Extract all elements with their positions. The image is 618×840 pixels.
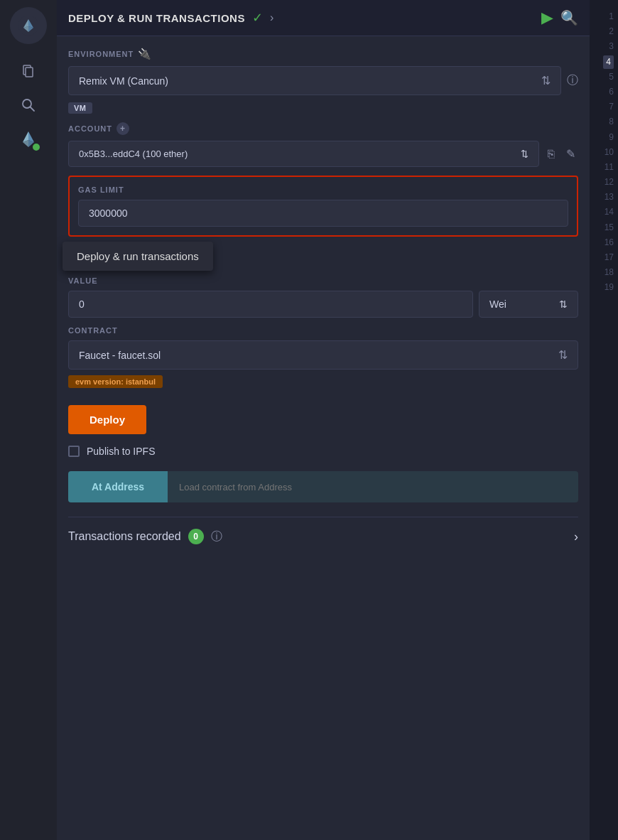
- value-row: Wei ⇅: [68, 291, 578, 318]
- gas-limit-section: GAS LIMIT Deploy & run transactions: [68, 176, 578, 237]
- line-number-6: 6: [609, 85, 614, 99]
- svg-rect-2: [26, 68, 33, 77]
- load-contract-input[interactable]: [168, 471, 578, 502]
- active-indicator: [31, 142, 41, 152]
- line-number-2: 2: [609, 25, 614, 38]
- environment-dropdown[interactable]: Remix VM (Cancun) ⇅: [68, 66, 561, 95]
- account-dropdown[interactable]: 0x5B3...eddC4 (100 ether) ⇅: [68, 141, 539, 167]
- publish-ipfs-checkbox[interactable]: [68, 446, 80, 457]
- contract-section: CONTRACT Faucet - faucet.sol ⇅ evm versi…: [68, 326, 578, 397]
- environment-info-icon[interactable]: ⓘ: [567, 73, 578, 88]
- at-address-button[interactable]: At Address: [68, 471, 168, 502]
- contract-dropdown-arrow-icon: ⇅: [558, 348, 568, 362]
- at-address-section: At Address: [68, 471, 578, 502]
- run-button[interactable]: ▶: [541, 9, 553, 27]
- dropdown-arrow-icon: ⇅: [541, 74, 551, 87]
- transactions-section: Transactions recorded 0 ⓘ ›: [68, 517, 578, 544]
- add-account-button[interactable]: +: [116, 122, 129, 135]
- account-dropdown-arrow-icon: ⇅: [521, 149, 528, 159]
- line-number-16: 16: [605, 236, 614, 249]
- copy-address-button[interactable]: ⎘: [545, 145, 558, 163]
- plug-icon: 🔌: [138, 48, 152, 60]
- line-number-18: 18: [605, 266, 614, 279]
- line-number-7: 7: [609, 100, 614, 114]
- edit-address-button[interactable]: ✎: [563, 144, 578, 163]
- line-number-3: 3: [609, 40, 614, 53]
- deploy-button[interactable]: Deploy: [68, 405, 146, 434]
- line-number-14: 14: [605, 205, 614, 219]
- line-number-4: 4: [603, 55, 614, 69]
- publish-ipfs-label: Publish to IPFS: [87, 446, 156, 457]
- sidebar-logo: [10, 7, 47, 44]
- vm-badge: VM: [68, 102, 92, 114]
- main-panel: DEPLOY & RUN TRANSACTIONS ✓ › ▶ 🔍 ENVIRO…: [57, 0, 590, 840]
- contract-dropdown[interactable]: Faucet - faucet.sol ⇅: [68, 340, 578, 370]
- check-icon: ✓: [252, 10, 263, 26]
- line-number-15: 15: [605, 221, 614, 235]
- account-row: 0x5B3...eddC4 (100 ether) ⇅ ⎘ ✎: [68, 141, 578, 167]
- line-number-13: 13: [605, 190, 614, 204]
- sidebar-item-search[interactable]: [14, 91, 43, 119]
- gas-limit-label: GAS LIMIT: [78, 185, 568, 194]
- unit-dropdown-arrow-icon: ⇅: [559, 298, 568, 310]
- line-number-9: 9: [609, 131, 614, 144]
- content-area: ENVIRONMENT 🔌 Remix VM (Cancun) ⇅ ⓘ VM A…: [57, 36, 590, 840]
- line-number-1: 1: [609, 10, 614, 23]
- svg-line-4: [31, 107, 35, 112]
- transactions-info-icon[interactable]: ⓘ: [211, 529, 222, 544]
- header: DEPLOY & RUN TRANSACTIONS ✓ › ▶ 🔍: [57, 0, 590, 36]
- environment-row: Remix VM (Cancun) ⇅ ⓘ: [68, 66, 578, 95]
- sidebar: [0, 0, 57, 840]
- sidebar-item-ethereum[interactable]: [14, 125, 43, 154]
- transactions-expand-icon[interactable]: ›: [574, 529, 578, 544]
- page-title: DEPLOY & RUN TRANSACTIONS: [68, 12, 245, 24]
- publish-row: Publish to IPFS: [68, 446, 578, 457]
- header-arrow-icon: ›: [270, 11, 273, 24]
- transactions-label: Transactions recorded: [68, 530, 181, 543]
- line-number-17: 17: [605, 251, 614, 264]
- line-number-19: 19: [605, 281, 614, 294]
- sidebar-item-files[interactable]: [14, 57, 43, 85]
- tooltip: Deploy & run transactions: [63, 242, 213, 271]
- environment-label: ENVIRONMENT 🔌: [68, 48, 578, 60]
- zoom-icon[interactable]: 🔍: [560, 9, 578, 26]
- value-section: VALUE Wei ⇅: [68, 276, 578, 318]
- line-number-5: 5: [609, 70, 614, 84]
- line-numbers-panel: 12345678910111213141516171819: [590, 0, 618, 840]
- gas-limit-input[interactable]: [78, 200, 568, 227]
- value-label: VALUE: [68, 276, 578, 285]
- line-number-12: 12: [605, 176, 614, 189]
- evm-version-badge: evm version: istanbul: [68, 375, 163, 388]
- account-label: ACCOUNT +: [68, 122, 578, 135]
- unit-dropdown[interactable]: Wei ⇅: [479, 291, 578, 318]
- line-number-10: 10: [605, 146, 614, 159]
- line-number-11: 11: [605, 161, 614, 174]
- line-number-8: 8: [609, 115, 614, 129]
- value-input[interactable]: [68, 291, 473, 318]
- transactions-count-badge: 0: [188, 529, 204, 544]
- contract-label: CONTRACT: [68, 326, 578, 335]
